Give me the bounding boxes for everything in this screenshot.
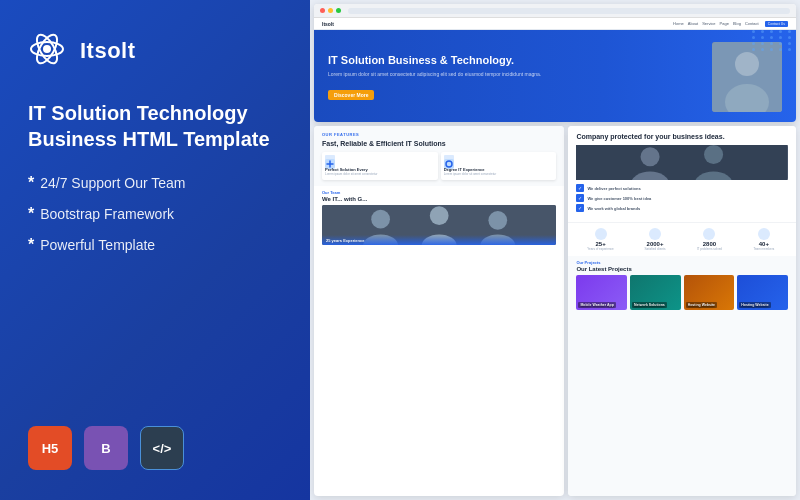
nav-contact-button[interactable]: Contact Us xyxy=(765,21,788,27)
svg-point-0 xyxy=(43,45,51,53)
browser-dot-red xyxy=(320,8,325,13)
project-img-3: Hosting Website xyxy=(684,275,735,310)
stat-label-team: Team members xyxy=(753,247,774,251)
nav-links: Home About Service Page Blog Contact xyxy=(673,21,759,26)
tech-badges: H5 B </> xyxy=(28,426,282,470)
team-overlay: 25 years Experience xyxy=(322,235,556,245)
check-icon-1: ✓ xyxy=(576,184,584,192)
mockup-container: Itsolt Home About Service Page Blog Cont… xyxy=(314,4,796,496)
check-icon-3: ✓ xyxy=(576,204,584,212)
team-heading: We IT... with G... xyxy=(322,196,556,202)
tagline-line2: Business HTML Template xyxy=(28,128,270,150)
feature-card-text-2: Lorem ipsum dolor sit amet consectetur xyxy=(444,173,554,177)
check-item-2: ✓ We give customer 100% best idea xyxy=(576,194,788,202)
hero-subtitle: Lorem ipsum dolor sit amet consectetur a… xyxy=(328,71,702,78)
check-item-1: ✓ We deliver perfect solutions xyxy=(576,184,788,192)
svg-point-20 xyxy=(704,145,723,164)
check-items: ✓ We deliver perfect solutions ✓ We give… xyxy=(576,184,788,212)
project-card-2: Network Solutions xyxy=(630,275,681,310)
check-text-2: We give customer 100% best idea xyxy=(587,196,651,201)
project-label-4: Hosting Website xyxy=(739,302,770,308)
company-image xyxy=(576,145,788,180)
mockup-left: Our Features Fast, Reliable & Efficient … xyxy=(314,126,564,496)
feature-icon-1 xyxy=(325,155,335,165)
hero-discover-button[interactable]: Discover More xyxy=(328,90,374,100)
company-heading: Company protected for your business idea… xyxy=(576,132,788,141)
feature-item-2: Bootstrap Framework xyxy=(28,205,282,223)
nav-link-service: Service xyxy=(702,21,715,26)
stat-icon-experience xyxy=(595,228,607,240)
stat-icon-team xyxy=(758,228,770,240)
svg-point-18 xyxy=(641,147,660,166)
projects-section: Our Projects Our Latest Projects Mobile … xyxy=(568,256,796,496)
feature-item-3: Powerful Template xyxy=(28,236,282,254)
feature-card-2: Degree IT Experience Lorem ipsum dolor s… xyxy=(441,152,557,180)
feature-card-text-1: Lorem ipsum dolor sit amet consectetur xyxy=(325,173,435,177)
hero-title: IT Solution Business & Technology. xyxy=(328,53,702,67)
svg-point-5 xyxy=(735,52,759,76)
atom-icon xyxy=(28,30,70,72)
stat-label-clients: Satisfied clients xyxy=(645,247,666,251)
stat-label-experience: Years of experience xyxy=(587,247,613,251)
nav-link-contact: Contact xyxy=(745,21,759,26)
project-img-2: Network Solutions xyxy=(630,275,681,310)
project-card-1: Mobile Weather App xyxy=(576,275,627,310)
browser-dot-yellow xyxy=(328,8,333,13)
address-bar xyxy=(348,8,790,14)
team-section: Our Team We IT... with G... xyxy=(314,186,564,249)
nav-link-home: Home xyxy=(673,21,684,26)
features-heading: Fast, Reliable & Efficient IT Solutions xyxy=(322,139,556,148)
projects-grid: Mobile Weather App Network Solutions Hos… xyxy=(576,275,788,310)
nav-link-about: About xyxy=(688,21,698,26)
nav-bar: Itsolt Home About Service Page Blog Cont… xyxy=(314,18,796,30)
svg-rect-17 xyxy=(576,145,788,180)
badge-code: </> xyxy=(140,426,184,470)
badge-bootstrap: B xyxy=(84,426,128,470)
svg-point-15 xyxy=(488,211,507,230)
tagline-line1: IT Solution Technology xyxy=(28,102,248,124)
svg-point-13 xyxy=(430,206,449,225)
logo-text: Itsolt xyxy=(80,38,136,64)
stat-experience: 25+ Years of experience xyxy=(576,228,624,251)
project-label-2: Network Solutions xyxy=(632,302,667,308)
project-card-4: Hosting Website xyxy=(737,275,788,310)
mockup-right: Company protected for your business idea… xyxy=(568,126,796,496)
browser-bar xyxy=(314,4,796,18)
hero-image xyxy=(712,42,782,112)
check-icon-2: ✓ xyxy=(576,194,584,202)
badge-html5: H5 xyxy=(28,426,72,470)
check-text-3: We work with global brands xyxy=(587,206,640,211)
stat-icon-clients xyxy=(649,228,661,240)
browser-top: Itsolt Home About Service Page Blog Cont… xyxy=(314,4,796,122)
projects-label: Our Projects xyxy=(576,260,788,265)
stat-team: 40+ Team members xyxy=(740,228,788,251)
nav-link-blog: Blog xyxy=(733,21,741,26)
experience-text: 25 years Experience xyxy=(326,238,552,243)
stat-label-problems: IT problems solved xyxy=(697,247,722,251)
company-section: Company protected for your business idea… xyxy=(568,126,796,222)
stat-problems: 2800 IT problems solved xyxy=(685,228,733,251)
project-img-4: Hosting Website xyxy=(737,275,788,310)
feature-item-1: 24/7 Support Our Team xyxy=(28,174,282,192)
right-panel: Itsolt Home About Service Page Blog Cont… xyxy=(310,0,800,500)
features-section: Our Features Fast, Reliable & Efficient … xyxy=(314,126,564,186)
left-panel: Itsolt IT Solution Technology Business H… xyxy=(0,0,310,500)
project-label-3: Hosting Website xyxy=(686,302,717,308)
project-img-1: Mobile Weather App xyxy=(576,275,627,310)
logo-area: Itsolt xyxy=(28,30,282,72)
check-text-1: We deliver perfect solutions xyxy=(587,186,640,191)
project-card-3: Hosting Website xyxy=(684,275,735,310)
dots-decoration xyxy=(752,30,794,51)
team-image: 25 years Experience xyxy=(322,205,556,245)
browser-dot-green xyxy=(336,8,341,13)
hero-section: IT Solution Business & Technology. Lorem… xyxy=(314,30,796,122)
hero-text-block: IT Solution Business & Technology. Lorem… xyxy=(328,53,702,101)
stat-clients: 2000+ Satisfied clients xyxy=(631,228,679,251)
feature-icon-2 xyxy=(444,155,454,165)
features-list: 24/7 Support Our Team Bootstrap Framewor… xyxy=(28,174,282,267)
stats-row: 25+ Years of experience 2000+ Satisfied … xyxy=(568,222,796,256)
features-label: Our Features xyxy=(322,132,556,137)
tagline: IT Solution Technology Business HTML Tem… xyxy=(28,100,282,152)
project-label-1: Mobile Weather App xyxy=(578,302,615,308)
feature-card-1: Perfect Solution Every Lorem ipsum dolor… xyxy=(322,152,438,180)
